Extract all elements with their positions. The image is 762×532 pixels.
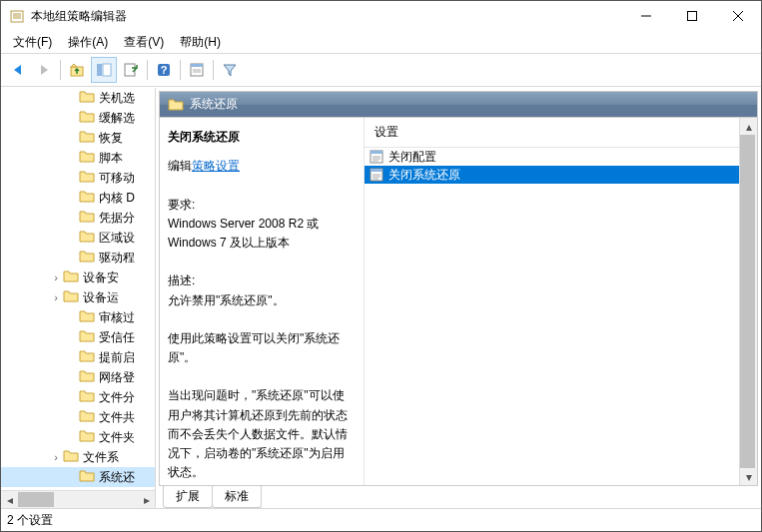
tree-item-label: 可移动 [99, 170, 135, 187]
expand-icon[interactable]: › [49, 271, 63, 283]
policy-icon [369, 149, 384, 165]
folder-icon [79, 329, 95, 345]
tree-item[interactable]: 关机选 [1, 88, 155, 108]
folder-icon [79, 170, 95, 186]
toolbar: ? [1, 54, 761, 87]
folder-icon [79, 349, 95, 365]
folder-icon [63, 449, 79, 465]
titlebar[interactable]: 本地组策略编辑器 [1, 1, 761, 31]
up-button[interactable] [65, 58, 89, 82]
tree-item[interactable]: ›设备安 [1, 267, 155, 287]
svg-rect-15 [191, 64, 203, 67]
svg-rect-19 [371, 151, 382, 154]
separator [60, 60, 61, 80]
properties-button[interactable] [185, 58, 209, 82]
back-button[interactable] [6, 58, 30, 82]
tab-standard[interactable]: 标准 [212, 486, 262, 508]
tree-item-label: 脚本 [99, 150, 123, 167]
tree-item[interactable]: 驱动程 [1, 248, 155, 267]
menu-action[interactable]: 操作(A) [60, 32, 116, 53]
folder-icon [79, 309, 95, 325]
export-button[interactable] [119, 58, 143, 82]
tree-item[interactable]: 系统还 [1, 467, 155, 487]
folder-icon [168, 98, 184, 112]
separator [180, 60, 181, 80]
menu-view[interactable]: 查看(V) [116, 32, 172, 53]
folder-icon [79, 90, 95, 106]
folder-icon [79, 110, 95, 126]
tree-item[interactable]: 网络登 [1, 367, 155, 387]
right-vscrollbar[interactable]: ▴ ▾ [739, 118, 757, 485]
tree-hscrollbar[interactable]: ◂ ▸ [1, 490, 155, 508]
settings-row[interactable]: 关闭配置 [365, 148, 739, 166]
tree-item[interactable]: 文件夹 [1, 427, 155, 447]
folder-icon [79, 409, 95, 425]
tree-item[interactable]: 凭据分 [1, 208, 155, 228]
scroll-down-button[interactable]: ▾ [740, 468, 757, 485]
tree-item-label: 文件共 [99, 409, 135, 426]
tree-item-label: 文件分 [99, 389, 135, 406]
tree-item[interactable]: ›文件系 [1, 447, 155, 467]
scroll-left-button[interactable]: ◂ [1, 492, 18, 507]
tree-item[interactable]: 恢复 [1, 128, 155, 148]
expand-icon[interactable]: › [49, 291, 63, 303]
scroll-right-button[interactable]: ▸ [138, 492, 155, 507]
tree-item-label: 提前启 [99, 349, 135, 366]
svg-line-6 [733, 11, 743, 21]
folder-icon [79, 429, 95, 445]
expand-icon[interactable]: › [49, 451, 63, 463]
description-text-2: 使用此策略设置可以关闭"系统还原"。 [168, 329, 356, 367]
help-button[interactable]: ? [152, 58, 176, 82]
folder-icon [79, 190, 95, 206]
svg-rect-9 [97, 64, 102, 76]
tree-item[interactable]: 内核 D [1, 188, 155, 208]
settings-row-label: 关闭系统还原 [388, 167, 460, 184]
tree-item-label: 文件夹 [99, 429, 135, 446]
menu-file[interactable]: 文件(F) [5, 32, 60, 53]
tree-item[interactable]: 可移动 [1, 168, 155, 188]
edit-policy-link[interactable]: 策略设置 [192, 159, 240, 173]
tree-item[interactable]: 缓解选 [1, 108, 155, 128]
forward-button[interactable] [32, 58, 56, 82]
tree-item-label: 系统还 [99, 469, 135, 486]
window-title: 本地组策略编辑器 [31, 8, 623, 25]
close-button[interactable] [715, 1, 761, 31]
section-header: 系统还原 [159, 91, 758, 117]
folder-icon [79, 369, 95, 385]
tree-item-label: 审核过 [99, 309, 135, 326]
show-hide-tree-button[interactable] [91, 57, 117, 83]
tree-item[interactable]: 文件共 [1, 407, 155, 427]
tree-item-label: 文件系 [83, 449, 119, 466]
tab-extended[interactable]: 扩展 [163, 486, 213, 508]
settings-list[interactable]: 关闭配置关闭系统还原 [365, 148, 739, 485]
tree-item[interactable]: 审核过 [1, 307, 155, 327]
scroll-up-button[interactable]: ▴ [740, 118, 757, 135]
tree-item[interactable]: 提前启 [1, 347, 155, 367]
view-tabs: 扩展 标准 [159, 486, 758, 508]
menubar: 文件(F) 操作(A) 查看(V) 帮助(H) [1, 31, 761, 54]
separator [147, 60, 148, 80]
filter-button[interactable] [218, 58, 242, 82]
settings-row-label: 关闭配置 [388, 149, 436, 166]
tree-item[interactable]: ›设备运 [1, 287, 155, 307]
svg-rect-24 [371, 169, 382, 172]
requirements-text: Windows Server 2008 R2 或 Windows 7 及以上版本 [168, 215, 356, 253]
folder-icon [63, 289, 79, 305]
column-header-setting[interactable]: 设置 [365, 118, 739, 148]
folder-icon [79, 250, 95, 266]
app-icon [9, 8, 25, 24]
tree-item[interactable]: 文件分 [1, 387, 155, 407]
settings-row[interactable]: 关闭系统还原 [365, 166, 739, 184]
maximize-button[interactable] [669, 1, 715, 31]
description-label: 描述: [168, 271, 356, 290]
tree[interactable]: 关机选缓解选恢复脚本可移动内核 D凭据分区域设驱动程›设备安›设备运审核过受信任… [1, 88, 155, 490]
folder-icon [79, 389, 95, 405]
menu-help[interactable]: 帮助(H) [172, 32, 229, 53]
policy-heading: 关闭系统还原 [168, 128, 356, 147]
tree-item-label: 设备运 [83, 289, 119, 306]
tree-item[interactable]: 区域设 [1, 228, 155, 248]
tree-item[interactable]: 脚本 [1, 148, 155, 168]
tree-item[interactable]: 受信任 [1, 327, 155, 347]
minimize-button[interactable] [623, 1, 669, 31]
requirements-label: 要求: [168, 196, 356, 215]
